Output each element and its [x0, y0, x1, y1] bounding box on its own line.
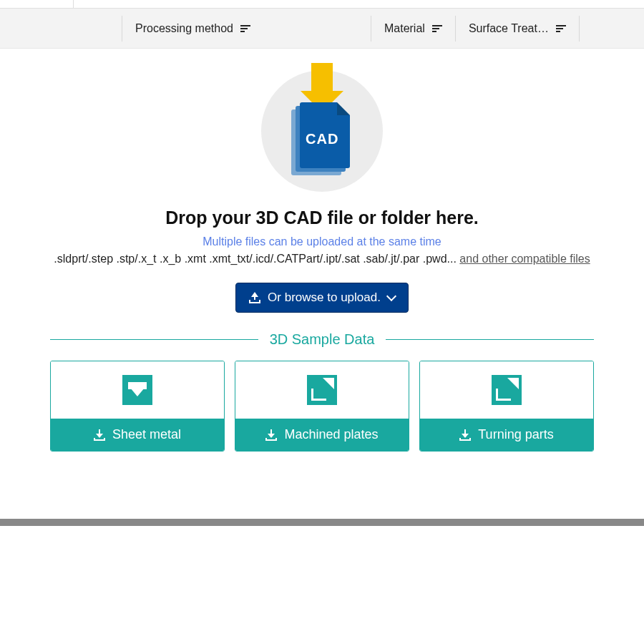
filter-icon: [432, 25, 442, 32]
footer-divider: [0, 519, 644, 526]
extensions-line: .sldprt/.step .stp/.x_t .x_b .xmt .xmt_t…: [0, 253, 644, 265]
card-label: Sheet metal: [112, 427, 181, 442]
sample-card-turning-parts[interactable]: Turning parts: [419, 361, 594, 452]
filter-processing-method[interactable]: Processing method: [122, 16, 263, 42]
chevron-down-icon: [386, 291, 396, 301]
sample-section: 3D Sample Data Sheet metal Machined plat…: [50, 331, 594, 452]
drop-subtitle: Multiple files can be uploaded at the sa…: [0, 235, 644, 248]
browse-label: Or browse to upload.: [268, 291, 381, 305]
card-label: Turning parts: [478, 427, 553, 442]
sheet-metal-icon: [122, 375, 152, 405]
filter-surface-treatment[interactable]: Surface Treat…: [455, 16, 580, 42]
machined-plates-icon: [307, 375, 337, 405]
sample-title: 3D Sample Data: [270, 331, 375, 348]
browse-upload-button[interactable]: Or browse to upload.: [235, 283, 409, 313]
upload-illustration: CAD: [261, 70, 383, 192]
download-icon: [265, 429, 277, 441]
filter-icon: [556, 25, 566, 32]
filter-surface-label: Surface Treat…: [469, 22, 549, 35]
sample-card-machined-plates[interactable]: Machined plates: [235, 361, 409, 452]
upload-area[interactable]: CAD Drop your 3D CAD file or folder here…: [0, 49, 644, 452]
card-label: Machined plates: [284, 427, 378, 442]
tab-strip: [0, 0, 644, 9]
divider: [386, 339, 594, 340]
extensions-text: .sldprt/.step .stp/.x_t .x_b .xmt .xmt_t…: [54, 253, 459, 265]
compatible-files-link[interactable]: and other compatible files: [459, 253, 590, 265]
filter-material-label: Material: [384, 22, 425, 35]
download-icon: [459, 429, 471, 441]
filter-material[interactable]: Material: [371, 16, 455, 42]
cad-file-icon: CAD: [291, 102, 348, 174]
filter-processing-label: Processing method: [135, 22, 233, 35]
download-icon: [94, 429, 105, 441]
drop-title: Drop your 3D CAD file or folder here.: [0, 208, 644, 228]
upload-icon: [249, 292, 260, 303]
sample-card-sheet-metal[interactable]: Sheet metal: [50, 361, 225, 452]
cad-label: CAD: [306, 131, 338, 147]
turning-parts-icon: [492, 375, 522, 405]
divider: [50, 339, 258, 340]
filter-icon: [240, 25, 250, 32]
filter-bar: Processing method Material Surface Treat…: [0, 9, 644, 49]
